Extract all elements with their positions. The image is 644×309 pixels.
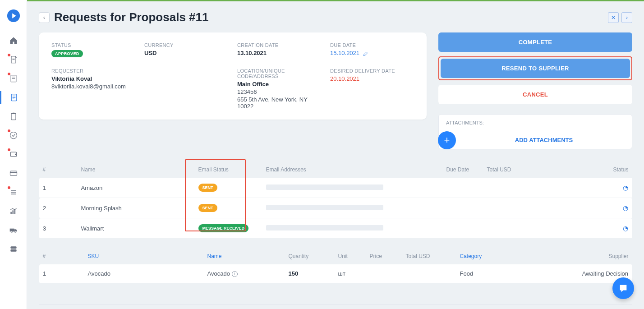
clock-icon[interactable]: ◔ [623, 184, 628, 191]
items-table: # SKU Name Quantity Unit Price Total USD… [39, 249, 632, 283]
requester-name: Viktoriia Koval [51, 75, 135, 82]
sidebar [0, 0, 27, 309]
back-button[interactable]: ‹ [39, 12, 50, 23]
svg-rect-13 [10, 171, 17, 175]
currency-value: USD [144, 50, 228, 56]
wallet-icon[interactable] [9, 150, 18, 159]
edit-icon[interactable] [363, 51, 368, 56]
delivery-value: 20.10.2021 [330, 75, 414, 82]
complete-button[interactable]: COMPLETE [438, 32, 632, 52]
svg-rect-24 [10, 246, 16, 249]
home-icon[interactable] [9, 36, 18, 45]
rfp-info-card: STATUS APPROVED CURRENCY USD CREATION DA… [39, 32, 427, 120]
svg-point-22 [11, 231, 12, 233]
doc-arrow-icon[interactable] [9, 55, 18, 64]
col-name: Name [78, 162, 195, 178]
card-icon[interactable] [9, 169, 18, 178]
col-unit: Unit [335, 249, 366, 264]
creation-value: 13.10.2021 [237, 50, 321, 56]
suppliers-table: # Name Email Status Email Addresses Due … [39, 162, 632, 239]
creation-label: CREATION DATE [237, 42, 321, 48]
col-due-date: Due Date [443, 162, 483, 178]
col-total: Total USD [483, 162, 574, 178]
location-code: 123456 [237, 88, 321, 95]
attachments-label: ATTACHMENTS: [439, 115, 632, 131]
requester-email: 8viktoriia.koval8@gmail.com [51, 83, 135, 90]
col-category[interactable]: Category [456, 249, 547, 264]
col-supplier: Supplier [547, 249, 632, 264]
email-redacted [266, 225, 383, 231]
col-price: Price [366, 249, 402, 264]
svg-rect-18 [10, 212, 12, 214]
chat-button[interactable] [612, 277, 634, 299]
table-row[interactable]: 1 Amazon SENT ◔ [39, 178, 632, 198]
svg-rect-25 [10, 249, 16, 252]
email-status-pill: SENT [198, 204, 217, 212]
table-row[interactable]: 1 Avocado Avocadoi 150 шт Food Awaiting … [39, 264, 632, 283]
add-attachment-icon[interactable]: + [438, 131, 456, 149]
col-num: # [39, 249, 84, 264]
svg-point-12 [14, 154, 16, 155]
email-status-pill: SENT [198, 184, 217, 192]
resend-button[interactable]: RESEND TO SUPPLIER [441, 59, 630, 78]
email-status-pill: MESSAGE RECEIVED [198, 224, 249, 232]
doc-icon[interactable] [9, 93, 18, 102]
col-name[interactable]: Name [204, 249, 285, 264]
location-label: LOCATION/UNIQUE CODE/ADDRESS [237, 68, 321, 79]
email-redacted [266, 205, 383, 210]
status-badge: APPROVED [51, 50, 83, 57]
clipboard-icon[interactable] [9, 112, 18, 121]
email-redacted [266, 184, 383, 190]
col-sku[interactable]: SKU [84, 249, 204, 264]
page-title: Requests for Proposals #11 [54, 10, 603, 24]
col-email-addresses: Email Addresses [262, 162, 443, 178]
svg-point-23 [14, 231, 16, 233]
delivery-label: DESIRED DELIVERY DATE [330, 68, 414, 74]
app-logo [7, 9, 20, 23]
add-attachments-button[interactable]: ADD ATTACHMENTS [456, 131, 632, 149]
col-qty: Quantity [285, 249, 335, 264]
svg-point-10 [10, 132, 17, 139]
due-value[interactable]: 15.10.2021 [330, 50, 414, 56]
cancel-button[interactable]: CANCEL [438, 85, 632, 104]
location-name: Main Office [237, 81, 321, 88]
svg-rect-9 [12, 113, 14, 114]
requester-label: REQUESTER [51, 68, 135, 74]
col-num: # [39, 162, 78, 178]
table-row[interactable]: 2 Morning Splash SENT ◔ [39, 198, 632, 218]
resend-highlight: RESEND TO SUPPLIER [438, 56, 632, 80]
info-icon[interactable]: i [232, 271, 238, 277]
attachments-box: ATTACHMENTS: + ADD ATTACHMENTS [438, 114, 632, 149]
next-button[interactable]: › [621, 12, 632, 23]
svg-rect-19 [12, 210, 14, 214]
actions-panel: COMPLETE RESEND TO SUPPLIER CANCEL ATTAC… [438, 32, 632, 149]
col-status: Status [574, 162, 632, 178]
currency-label: CURRENCY [144, 42, 228, 48]
location-addr: 655 5th Ave, New York, NY 10022 [237, 96, 321, 110]
check-circle-icon[interactable] [9, 131, 18, 140]
svg-rect-8 [11, 113, 16, 120]
truck-icon[interactable] [9, 226, 18, 235]
col-email-status: Email Status [195, 162, 262, 178]
doc-list-icon[interactable] [9, 74, 18, 83]
server-icon[interactable] [9, 244, 18, 254]
table-row[interactable]: 3 Wallmart MESSAGE RECEIVED ◔ [39, 218, 632, 239]
list-icon[interactable] [9, 188, 18, 197]
status-label: STATUS [51, 42, 135, 48]
clock-icon[interactable]: ◔ [623, 204, 628, 212]
clock-icon[interactable]: ◔ [623, 225, 628, 232]
chart-icon[interactable] [9, 207, 18, 216]
close-button[interactable]: ✕ [608, 12, 619, 23]
col-total: Total USD [402, 249, 456, 264]
due-label: DUE DATE [330, 42, 414, 48]
